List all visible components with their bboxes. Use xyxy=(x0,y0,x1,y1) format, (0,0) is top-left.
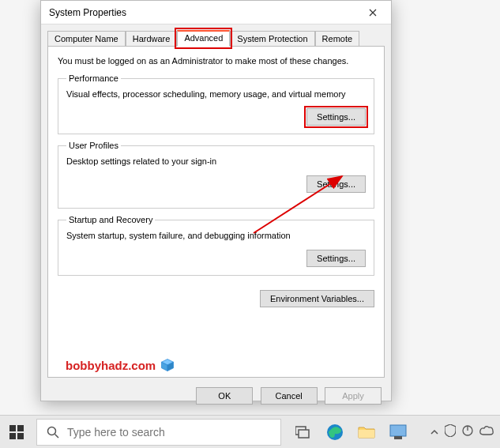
svg-line-10 xyxy=(55,434,59,438)
tab-computer-name[interactable]: Computer Name xyxy=(47,31,126,47)
tray-overflow-button[interactable] xyxy=(430,427,438,437)
app-icon xyxy=(389,424,407,440)
watermark: bobbyhadz.com xyxy=(66,358,175,372)
user-profiles-settings-button[interactable]: Settings... xyxy=(306,175,366,193)
search-icon xyxy=(47,426,59,439)
system-tray xyxy=(430,424,500,439)
apply-button[interactable]: Apply xyxy=(325,387,382,405)
power-icon xyxy=(462,425,473,436)
svg-rect-7 xyxy=(9,433,16,439)
start-button[interactable] xyxy=(0,416,33,449)
svg-point-9 xyxy=(48,427,56,435)
cloud-icon xyxy=(479,426,494,435)
group-startup-recovery-desc: System startup, system failure, and debu… xyxy=(66,231,366,240)
chevron-up-icon xyxy=(430,429,438,435)
svg-rect-8 xyxy=(17,433,24,439)
tabs-bar: Computer Name Hardware Advanced System P… xyxy=(47,29,385,46)
watermark-text: bobbyhadz.com xyxy=(66,359,156,372)
group-user-profiles-legend: User Profiles xyxy=(66,141,121,150)
cube-icon xyxy=(160,358,175,372)
pinned-app-button[interactable] xyxy=(387,421,409,443)
file-explorer-button[interactable] xyxy=(355,421,378,443)
onedrive-tray-icon[interactable] xyxy=(479,426,494,438)
svg-rect-14 xyxy=(359,430,374,438)
tab-remote[interactable]: Remote xyxy=(315,31,360,47)
env-row: Environment Variables... xyxy=(58,290,374,307)
power-tray-icon[interactable] xyxy=(462,425,473,439)
group-performance: Performance Visual effects, processor sc… xyxy=(58,73,374,134)
task-view-icon xyxy=(295,426,311,439)
group-startup-recovery-legend: Startup and Recovery xyxy=(66,215,155,224)
shield-icon xyxy=(445,424,456,437)
close-icon xyxy=(369,9,377,17)
task-view-button[interactable] xyxy=(292,421,314,443)
tab-hardware[interactable]: Hardware xyxy=(126,31,178,47)
taskbar-search-box[interactable] xyxy=(36,419,281,446)
search-input[interactable] xyxy=(67,426,271,439)
close-button[interactable] xyxy=(361,2,385,24)
svg-rect-16 xyxy=(394,436,402,439)
startup-recovery-settings-button[interactable]: Settings... xyxy=(306,250,366,267)
tab-content-advanced: You must be logged on as an Administrato… xyxy=(47,46,385,378)
cancel-button[interactable]: Cancel xyxy=(261,387,318,405)
group-performance-legend: Performance xyxy=(66,73,121,83)
windows-start-icon xyxy=(9,425,24,439)
dialog-buttons-row: OK Cancel Apply xyxy=(41,384,391,412)
tab-advanced[interactable]: Advanced xyxy=(177,30,230,47)
svg-rect-6 xyxy=(17,425,24,431)
system-properties-dialog: System Properties Computer Name Hardware… xyxy=(40,0,392,401)
folder-icon xyxy=(358,425,375,439)
edge-icon xyxy=(326,424,344,441)
environment-variables-button[interactable]: Environment Variables... xyxy=(260,290,374,307)
group-user-profiles-desc: Desktop settings related to your sign-in xyxy=(66,156,366,166)
ok-button[interactable]: OK xyxy=(196,387,253,405)
tab-system-protection[interactable]: System Protection xyxy=(230,31,314,47)
svg-rect-12 xyxy=(299,430,309,438)
taskbar xyxy=(0,415,500,448)
group-performance-desc: Visual effects, processor scheduling, me… xyxy=(66,89,366,99)
admin-notice: You must be logged on as an Administrato… xyxy=(58,56,374,66)
edge-browser-button[interactable] xyxy=(324,421,346,443)
titlebar: System Properties xyxy=(41,1,391,24)
group-user-profiles: User Profiles Desktop settings related t… xyxy=(58,141,374,209)
task-icons xyxy=(292,416,409,448)
group-startup-recovery: Startup and Recovery System startup, sys… xyxy=(58,215,374,276)
svg-rect-15 xyxy=(390,425,406,436)
security-tray-icon[interactable] xyxy=(445,424,456,439)
svg-rect-5 xyxy=(9,425,16,431)
performance-settings-button[interactable]: Settings... xyxy=(306,108,366,126)
dialog-title: System Properties xyxy=(47,7,361,18)
